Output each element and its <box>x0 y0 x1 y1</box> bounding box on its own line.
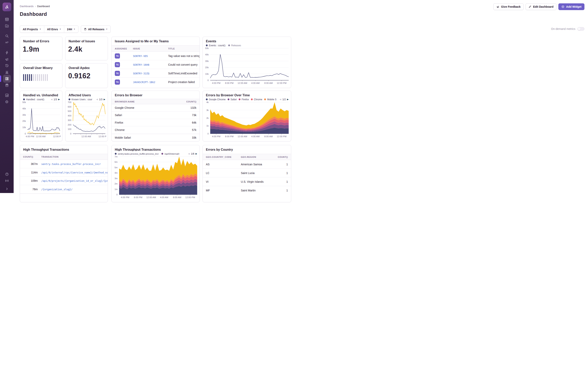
legend-label: Safari <box>231 98 237 101</box>
svg-text:0: 0 <box>208 79 209 81</box>
project-filter-value: All Projects <box>23 28 38 31</box>
series-dot <box>206 98 208 100</box>
transaction-link[interactable]: sentry.tasks.process_buffer.process_incr <box>41 162 101 165</box>
events-chart[interactable]: 010k20k30k40k50k4:00 PM8:00 PM12:00 AM4:… <box>203 47 290 87</box>
sidebar-item-replays[interactable] <box>3 63 11 68</box>
sidebar-item-feedback[interactable] <box>3 56 11 62</box>
widget-overall-user-misery[interactable]: Overall User Misery <box>20 63 63 88</box>
sidebar-item-alerts[interactable] <box>3 69 11 75</box>
breadcrumb-dashboards-link[interactable]: Dashboards <box>20 5 34 8</box>
whats-new-button[interactable] <box>3 178 11 184</box>
widget-handled-vs-unhandled[interactable]: Handled vs. Unhandled Handled : count() … <box>20 91 63 141</box>
column-header-region[interactable]: GEO.REGION <box>239 156 275 158</box>
prev-page-icon[interactable]: ◀ <box>188 153 190 155</box>
legend-item[interactable]: Known Users : cour <box>69 98 92 101</box>
column-header-count[interactable]: COUNT() <box>20 156 40 158</box>
issue-link[interactable]: SENTRY-16H8 <box>133 63 149 66</box>
column-header-assignee[interactable]: ASSIGNEE <box>112 47 131 50</box>
widget-number-of-issues[interactable]: Number of Issues 2.4k <box>65 37 108 60</box>
issue-link[interactable]: SENTRY-32ZQ <box>133 72 149 75</box>
prev-page-icon[interactable]: ◀ <box>280 98 281 101</box>
next-page-icon[interactable]: ▶ <box>58 98 60 101</box>
widget-events[interactable]: Events Events : count() Releases 010k20k… <box>203 37 291 88</box>
legend-item[interactable]: sentry.tasks.process_buffer.process_incr <box>115 153 159 155</box>
affected-users-chart[interactable]: 010020030040050060070012:00 AM12:00 P <box>66 101 106 140</box>
sidebar-item-dashboards[interactable] <box>3 75 11 83</box>
svg-text:8:00 PM: 8:00 PM <box>225 135 233 138</box>
next-page-icon[interactable]: ▶ <box>196 153 197 155</box>
column-header-count[interactable]: COUNT() <box>275 156 291 158</box>
svg-text:12:00 P: 12:00 P <box>98 135 106 138</box>
prev-page-icon[interactable]: ◀ <box>96 98 98 101</box>
sidebar-item-explore[interactable] <box>3 33 11 39</box>
high-throughput-chart[interactable]: 01m2m3m4m5m6m7m4:00 PM8:00 PM12:00 AM4:0… <box>112 156 198 193</box>
chevron-down-icon: ▼ <box>74 28 75 30</box>
legend-item[interactable]: Firefox <box>239 98 249 101</box>
project-filter[interactable]: All Projects ▼ <box>20 26 44 33</box>
widget-title: Affected Users <box>65 91 108 97</box>
svg-text:30k: 30k <box>205 60 209 62</box>
legend-item[interactable]: Chrome <box>251 98 262 101</box>
releases-icon <box>84 28 87 31</box>
svg-text:4m: 4m <box>115 172 118 174</box>
column-header-transaction[interactable]: TRANSACTION <box>40 156 108 158</box>
next-page-icon[interactable]: ▶ <box>104 98 105 101</box>
sidebar-item-releases[interactable] <box>3 82 11 88</box>
prev-page-icon[interactable]: ◀ <box>51 98 52 101</box>
series-dot <box>69 98 70 100</box>
sidebar-item-settings[interactable]: ⚙ <box>3 99 11 105</box>
widget-issues-assigned[interactable]: Issues Assigned to Me or My Teams ASSIGN… <box>111 37 200 88</box>
widget-errors-by-country[interactable]: Errors by Country GEO.COUNTRY_CODE GEO.R… <box>203 145 291 193</box>
sidebar-item-issues[interactable] <box>3 16 11 22</box>
widget-title: High Throughput Transactions <box>112 145 200 151</box>
column-header-count[interactable]: COUNT() <box>182 100 200 103</box>
svg-text:12:00 AM: 12:00 AM <box>237 135 247 138</box>
legend-item[interactable]: /api/0/internal/r <box>161 153 179 155</box>
widget-errors-by-browser[interactable]: Errors by Browser BROWSER.NAME COUNT() G… <box>111 91 200 141</box>
column-header-title[interactable]: TITLE <box>167 47 200 50</box>
chevron-down-icon: ▼ <box>39 28 41 30</box>
handled-chart[interactable]: 010k20k30k40k50k4:00 PM12:00 AM12:00 P <box>20 101 61 140</box>
issue-link[interactable]: SENTRY-VD5 <box>133 55 148 58</box>
widget-overall-apdex[interactable]: Overall Apdex 0.9162 <box>65 63 108 88</box>
collapse-sidebar-button[interactable] <box>3 186 11 192</box>
column-header-issue[interactable]: ISSUE <box>131 47 167 50</box>
issue-link[interactable]: JAVASCRIPT-1BG2 <box>133 81 155 84</box>
legend-item[interactable]: Mobile S <box>264 98 276 101</box>
release-filter[interactable]: All Releases ▼ <box>81 26 110 33</box>
column-header-country-code[interactable]: GEO.COUNTRY_CODE <box>203 156 239 158</box>
widget-high-throughput-table[interactable]: High Throughput Transactions COUNT() TRA… <box>20 145 108 193</box>
next-page-icon[interactable]: ▶ <box>287 98 289 101</box>
legend-item[interactable]: Releases <box>228 44 241 47</box>
svg-text:20k: 20k <box>205 66 209 68</box>
widget-affected-users[interactable]: Affected Users Known Users : cour ◀ 1/3 … <box>65 91 108 141</box>
issue-title: SoftTimeLimitExceeded <box>167 72 200 75</box>
sidebar-item-projects[interactable] <box>3 23 11 29</box>
widget-title: Errors by Browser <box>112 91 200 96</box>
column-header-browser[interactable]: BROWSER.NAME <box>112 100 182 103</box>
transaction-count: 367m <box>20 162 40 165</box>
sidebar-item-traces[interactable] <box>3 40 11 45</box>
sidebar-item-stats[interactable] <box>3 92 11 98</box>
legend-item[interactable]: Google Chrome <box>206 98 226 101</box>
sidebar-item-insights[interactable] <box>3 50 11 56</box>
environment-filter[interactable]: All Envs ▼ <box>44 26 64 33</box>
transaction-link[interactable]: /api/0/internal/rpc/{service_name}/{meth… <box>41 171 108 174</box>
date-range-filter[interactable]: 24H ▼ <box>64 26 78 33</box>
widget-title: Issues Assigned to Me or My Teams <box>112 37 200 43</box>
table-row: Firefox 64k <box>112 119 200 126</box>
sentry-logo[interactable] <box>2 2 11 11</box>
chart-legend: Known Users : cour ◀ 1/3 ▶ <box>65 97 108 101</box>
help-button[interactable] <box>3 171 11 177</box>
widget-errors-by-browser-over-time[interactable]: Errors by Browser Over Time Google Chrom… <box>203 91 291 141</box>
transaction-link[interactable]: /{organization_slug}/ <box>41 188 73 191</box>
legend-item[interactable]: Handled : count() <box>23 98 44 101</box>
legend-item[interactable]: Events : count() <box>206 44 225 47</box>
legend-item[interactable]: Safari <box>228 98 237 101</box>
widget-high-throughput-chart[interactable]: High Throughput Transactions sentry.task… <box>111 145 200 193</box>
widget-number-of-errors[interactable]: Number of Errors 1.9m <box>20 37 63 60</box>
page-indicator: 1/3 <box>54 98 57 101</box>
svg-text:4:00 PM: 4:00 PM <box>212 82 220 84</box>
errors-by-browser-over-time-chart[interactable]: 01k2k3k4k4:00 PM8:00 PM12:00 AM4:00 AM8:… <box>203 101 290 140</box>
transaction-link[interactable]: /api/0/projects/{organization_id_or_slug… <box>41 179 108 182</box>
